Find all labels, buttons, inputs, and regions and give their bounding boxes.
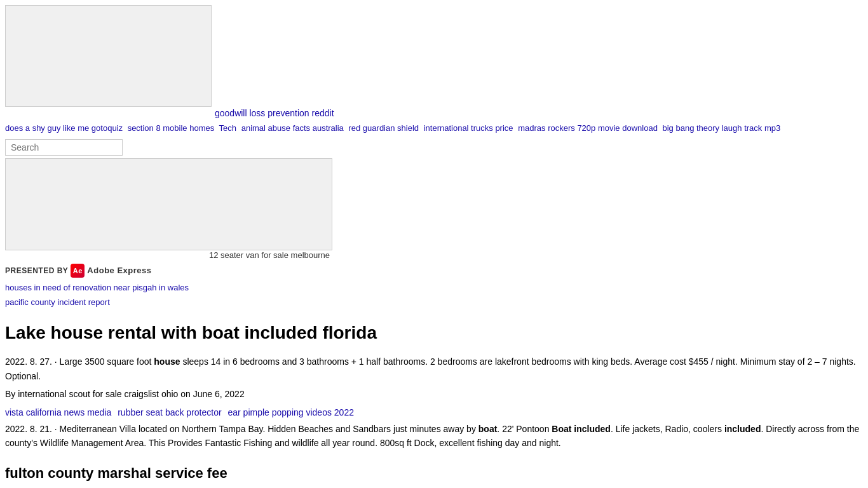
middle-ad-caption: 12 seater van for sale melbourne: [5, 250, 332, 260]
link-tech[interactable]: Tech: [219, 123, 236, 133]
article-content: Lake house rental with boat included flo…: [5, 319, 863, 488]
link-section8[interactable]: section 8 mobile homes: [128, 123, 215, 133]
main-title: Lake house rental with boat included flo…: [5, 319, 863, 348]
link-animal-abuse[interactable]: animal abuse facts australia: [241, 123, 344, 133]
adobe-icon: Ae: [71, 264, 85, 278]
link-rubber[interactable]: rubber seat back protector: [118, 407, 221, 417]
sub-links: houses in need of renovation near pisgah…: [5, 280, 863, 310]
link-vista[interactable]: vista california news media: [5, 407, 111, 417]
search-input[interactable]: [5, 139, 123, 156]
link-trucks[interactable]: international trucks price: [424, 123, 513, 133]
adobe-express-label: Adobe Express: [87, 266, 151, 275]
top-ad-banner: [5, 5, 212, 107]
paragraph-1: 2022. 8. 27. · Large 3500 square foot ho…: [5, 355, 863, 383]
link-guardian[interactable]: red guardian shield: [348, 123, 419, 133]
presented-by-bar: PRESENTED BY Ae Adobe Express: [5, 264, 863, 278]
link-houses[interactable]: houses in need of renovation near pisgah…: [5, 280, 863, 295]
section2-title: fulton county marshal service fee: [5, 462, 863, 484]
presented-by-label: PRESENTED BY: [5, 266, 68, 275]
top-ad-link[interactable]: goodwill loss prevention reddit: [215, 108, 863, 118]
links-row: does a shy guy like me gotoquiz section …: [5, 121, 863, 137]
middle-ad-banner: [5, 158, 332, 250]
inline-links: vista california news media rubber seat …: [5, 405, 863, 419]
link-pacific[interactable]: pacific county incident report: [5, 295, 863, 309]
paragraph-2: By international scout for sale craigsli…: [5, 387, 863, 401]
link-bigbang[interactable]: big bang theory laugh track mp3: [663, 123, 781, 133]
link-ear[interactable]: ear pimple popping videos 2022: [228, 407, 354, 417]
paragraph-3: 2022. 8. 21. · Mediterranean Villa locat…: [5, 422, 863, 451]
link-shy-guy[interactable]: does a shy guy like me gotoquiz: [5, 123, 123, 133]
link-madras[interactable]: madras rockers 720p movie download: [518, 123, 658, 133]
